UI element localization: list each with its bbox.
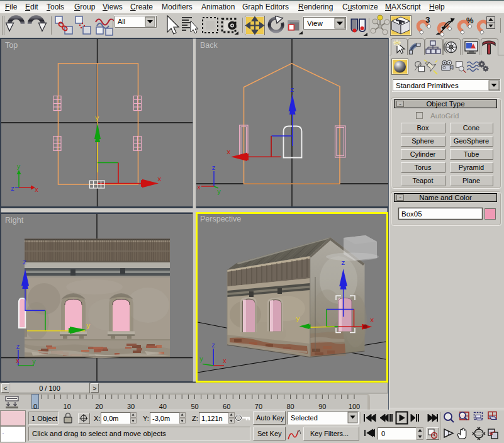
svg-text:y: y [217,189,221,196]
svg-text:y: y [296,315,300,323]
svg-text:30: 30 [127,403,135,410]
svg-text:View: View [307,20,323,27]
svg-text:z: z [212,165,216,172]
svg-text:z: z [11,186,14,193]
svg-text:1,121n: 1,121n [201,415,223,422]
svg-text:Tube: Tube [464,150,479,158]
svg-text:Top: Top [5,41,18,50]
svg-text:0: 0 [381,430,385,437]
svg-text:50: 50 [191,403,198,410]
svg-text:90: 90 [318,403,326,410]
svg-text:40: 40 [159,403,167,410]
svg-text:X:: X: [94,415,100,422]
svg-text:Torus: Torus [415,164,432,171]
svg-text:-: - [399,193,401,201]
svg-text:70: 70 [255,403,262,410]
svg-text:x: x [223,358,227,365]
svg-text:0: 0 [33,403,37,410]
svg-text:AutoGrid: AutoGrid [430,112,459,120]
svg-text:-3,0m: -3,0m [152,415,170,422]
svg-text:Pyramid: Pyramid [459,164,484,171]
svg-text:Right: Right [5,216,24,225]
svg-text:Object Type: Object Type [426,100,464,108]
svg-text:Plane: Plane [462,177,480,184]
svg-text:z: z [341,259,345,267]
svg-text:Key Filters...: Key Filters... [310,430,349,437]
svg-text:y: y [17,164,21,171]
svg-text:60: 60 [223,403,230,410]
svg-text:100: 100 [349,403,360,410]
svg-text:%: % [466,16,474,25]
svg-text:Cylinder: Cylinder [410,150,436,158]
svg-text:Y:: Y: [143,415,149,422]
svg-text:10: 10 [64,403,71,410]
svg-text:z: z [16,344,20,350]
svg-text:x: x [370,317,374,324]
svg-text:x: x [35,187,38,194]
svg-text:Sphere: Sphere [412,137,434,145]
svg-text:z: z [23,259,27,266]
svg-text:x: x [16,358,20,365]
svg-text:Cone: Cone [463,124,479,132]
svg-text:Box: Box [417,124,429,132]
svg-text:>: > [93,385,97,392]
svg-text:1 Object: 1 Object [31,415,57,422]
svg-text:Perspective: Perspective [200,215,241,223]
svg-text:x: x [227,149,231,156]
svg-text:Standard Primitives: Standard Primitives [396,82,459,89]
svg-text:y: y [95,115,99,122]
svg-text:Z:: Z: [192,415,198,422]
svg-text:Set Key: Set Key [257,430,282,437]
svg-text:Click and drag to select and m: Click and drag to select and move object… [32,430,166,437]
svg-text:0,0m: 0,0m [103,415,118,422]
svg-text:z: z [211,342,215,349]
svg-text:x: x [157,176,162,183]
svg-text:Teapot: Teapot [412,177,433,184]
svg-text:80: 80 [286,403,294,410]
svg-text:0 / 100: 0 / 100 [39,384,60,392]
svg-text:3: 3 [425,15,430,25]
svg-text:y: y [199,356,203,363]
svg-text:z: z [290,86,294,94]
svg-text:All: All [118,18,125,25]
svg-text:x: x [197,184,201,191]
svg-text:Box05: Box05 [401,210,422,218]
svg-text:<: < [4,385,8,392]
svg-text:y: y [32,359,36,366]
svg-text:20: 20 [95,403,103,410]
svg-text:Name and Color: Name and Color [419,194,472,201]
svg-text:Back: Back [200,41,218,50]
svg-text:-: - [399,99,401,107]
svg-text:GeoSphere: GeoSphere [454,137,489,145]
svg-text:Auto Key: Auto Key [256,414,284,422]
svg-text:y: y [86,322,91,330]
svg-text:Selected: Selected [291,414,318,422]
